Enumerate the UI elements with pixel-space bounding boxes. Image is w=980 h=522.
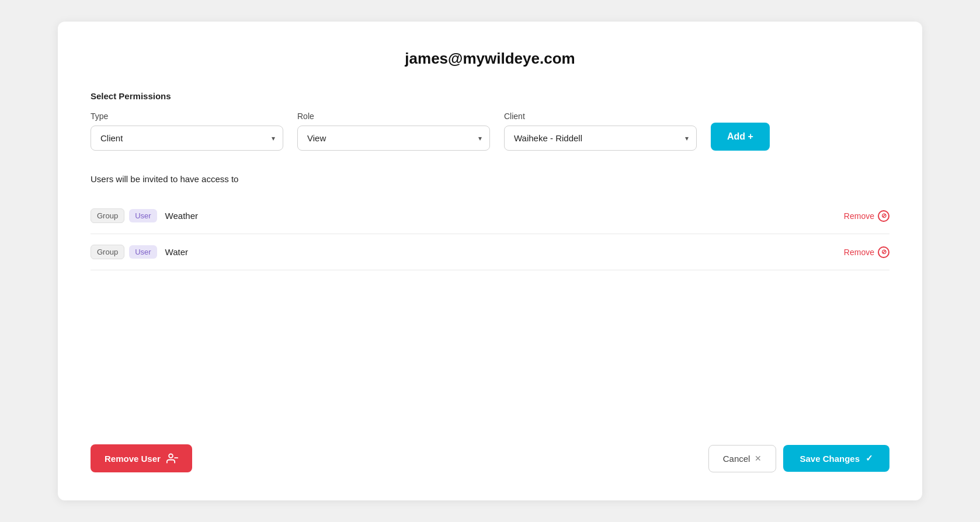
type-select-wrapper: Client Group ▾ <box>91 126 283 151</box>
role-select-wrapper: View Edit Admin ▾ <box>297 126 490 151</box>
remove-label-water: Remove <box>844 248 874 257</box>
save-check-icon: ✓ <box>866 453 873 464</box>
client-select[interactable]: Waiheke - Riddell Other Client <box>504 126 697 151</box>
remove-button-weather[interactable]: Remove ⊘ <box>844 210 889 222</box>
type-label: Type <box>91 112 283 121</box>
modal-footer: Remove User Cancel ✕ Save Changes ✓ <box>91 421 889 472</box>
remove-icon-water: ⊘ <box>878 246 889 258</box>
user-minus-icon <box>166 453 178 464</box>
permission-name-weather: Weather <box>165 211 198 221</box>
group-badge-weather: Group <box>91 208 124 223</box>
client-select-wrapper: Waiheke - Riddell Other Client ▾ <box>504 126 697 151</box>
save-changes-button[interactable]: Save Changes ✓ <box>783 445 889 472</box>
cancel-button[interactable]: Cancel ✕ <box>708 445 777 472</box>
add-button[interactable]: Add + <box>711 123 770 151</box>
remove-user-label: Remove User <box>105 454 161 464</box>
role-label: Role <box>297 112 490 121</box>
type-select[interactable]: Client Group <box>91 126 283 151</box>
save-label: Save Changes <box>800 454 860 464</box>
role-field-group: Role View Edit Admin ▾ <box>297 112 490 151</box>
group-badge-water: Group <box>91 245 124 259</box>
access-section-label: Users will be invited to have access to <box>91 174 889 184</box>
permissions-row: Type Client Group ▾ Role View Edit Admin… <box>91 112 889 151</box>
modal-container: james@mywildeye.com Select Permissions T… <box>58 22 922 500</box>
svg-point-0 <box>169 454 173 458</box>
modal-title: james@mywildeye.com <box>91 50 889 68</box>
permission-name-water: Water <box>165 247 188 257</box>
type-field-group: Type Client Group ▾ <box>91 112 283 151</box>
role-select[interactable]: View Edit Admin <box>297 126 490 151</box>
permission-item-water: Group User Water Remove ⊘ <box>91 234 889 270</box>
user-badge-water: User <box>129 245 157 259</box>
cancel-x-icon: ✕ <box>755 454 762 463</box>
remove-button-water[interactable]: Remove ⊘ <box>844 246 889 258</box>
client-label: Client <box>504 112 697 121</box>
remove-label-weather: Remove <box>844 211 874 221</box>
footer-right: Cancel ✕ Save Changes ✓ <box>708 445 889 472</box>
permission-item-weather: Group User Weather Remove ⊘ <box>91 198 889 234</box>
remove-user-button[interactable]: Remove User <box>91 444 192 472</box>
cancel-label: Cancel <box>723 454 750 464</box>
client-field-group: Client Waiheke - Riddell Other Client ▾ <box>504 112 697 151</box>
remove-icon-weather: ⊘ <box>878 210 889 222</box>
permissions-section-label: Select Permissions <box>91 91 889 101</box>
user-badge-weather: User <box>129 209 157 222</box>
